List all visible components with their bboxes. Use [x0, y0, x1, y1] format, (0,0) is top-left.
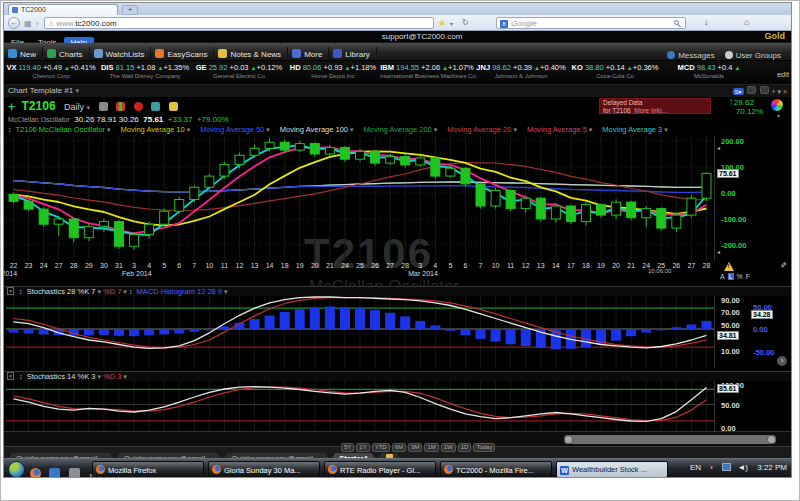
toolbar-button-label: EasyScans: [167, 50, 207, 59]
record-icon[interactable]: [134, 102, 143, 111]
stoch28-macd-panel[interactable]: › 90.0070.0050.0010.0050.000.00-50.0034.…: [4, 296, 791, 368]
bookmark-star-icon[interactable]: ★: [438, 18, 446, 28]
downloads-icon[interactable]: ↓: [704, 17, 709, 27]
save-icon[interactable]: [760, 86, 769, 94]
scale-button-F[interactable]: F: [746, 273, 750, 280]
legend-item[interactable]: Moving Average 200▾: [364, 125, 438, 134]
taskbar-button[interactable]: Gloria Sunday 30 Ma...: [208, 461, 320, 478]
panel2-stoch-d[interactable]: %D 7: [103, 287, 121, 296]
ticker-item[interactable]: DIS 81.15 +1.08 ▲+1.35%The Walt Disney C…: [98, 61, 192, 79]
scrollbar-left-handle[interactable]: [564, 435, 573, 444]
new-tab-button[interactable]: +: [122, 5, 138, 15]
range-button-6m[interactable]: 6M: [392, 443, 406, 452]
scale-button-L[interactable]: L: [728, 273, 734, 280]
legend-item[interactable]: Moving Average 100▾: [280, 125, 354, 134]
ticker-item[interactable]: MCD 98.43 +0.4 ▲McDonalds: [662, 61, 756, 79]
close-icon[interactable]: ×: [783, 88, 787, 95]
url-host: tc2000.com: [75, 19, 116, 28]
symbol-code[interactable]: T2106: [22, 99, 56, 113]
firefox-icon: [328, 465, 337, 474]
range-button-1d[interactable]: 1D: [458, 443, 472, 452]
scroll-down-icon[interactable]: ◂: [717, 248, 720, 255]
layout-icon[interactable]: [747, 86, 756, 94]
legend-item[interactable]: Moving Average 3▾: [602, 125, 667, 134]
back-button[interactable]: ←: [8, 17, 20, 29]
ticker-edit-link[interactable]: edit: [777, 70, 789, 79]
legend-item[interactable]: ↕ T2106 McClellan Oscillator▾: [8, 125, 111, 134]
tray-expand-icon[interactable]: ‹: [710, 463, 713, 472]
next-button[interactable]: ›: [777, 356, 787, 366]
draw-pencil-icon[interactable]: ✎: [780, 261, 787, 270]
palette-icon[interactable]: [771, 99, 783, 111]
close-icon[interactable]: ×: [7, 287, 14, 295]
panel2-macd[interactable]: MACD Histogram 12 26 9: [137, 287, 222, 296]
range-button-ytd[interactable]: YTD: [372, 443, 390, 452]
ticker-item[interactable]: HD 80.06 +0.93 ▲+1.18%Home Depot Inc: [286, 61, 380, 79]
search-input[interactable]: 8Google: [496, 17, 686, 29]
legend-item[interactable]: Moving Average 10▾: [121, 125, 191, 134]
browser-tab[interactable]: TC2000: [8, 4, 118, 15]
ticker-item[interactable]: IBM 194.55 +2.06 ▲+1.07%International Bu…: [380, 61, 474, 79]
indicator-bars-icon[interactable]: [116, 102, 125, 111]
axis-value-box: 34.81: [717, 331, 739, 340]
media-quicklaunch-icon[interactable]: [69, 468, 80, 478]
add-symbol-button[interactable]: +: [8, 100, 15, 114]
taskbar-button[interactable]: Mozilla Firefox: [92, 461, 204, 478]
resize-icon[interactable]: ↕: [129, 288, 133, 295]
taskbar-button[interactable]: TC2000 - Mozilla Fire...: [440, 461, 552, 478]
timeframe-selector[interactable]: Daily: [64, 102, 84, 112]
legend-item[interactable]: Moving Average 50▾: [200, 125, 270, 134]
legend-item[interactable]: Moving Average 20▾: [447, 125, 517, 134]
ticker-company-name: International Business Machines Co: [380, 73, 474, 79]
search-icon[interactable]: [674, 20, 679, 25]
panel3-stoch-k[interactable]: Stochastics 14 %K 3: [27, 372, 96, 381]
volume-icon[interactable]: ◄): [737, 463, 748, 472]
scrollbar-right-handle[interactable]: [767, 435, 776, 444]
range-button-5y[interactable]: 5Y: [341, 443, 354, 452]
scan-icon[interactable]: S▾: [733, 88, 744, 95]
language-indicator[interactable]: EN: [690, 463, 701, 472]
scale-button-%[interactable]: %: [737, 273, 743, 280]
taskbar-button[interactable]: WWealthbuilder Stock ...: [556, 461, 668, 478]
ticker-item[interactable]: JNJ 98.62 +0.39 ▲+0.40%Johnson & Johnson: [474, 61, 568, 79]
scale-button-A[interactable]: A: [720, 273, 725, 280]
panel2-stoch-k[interactable]: Stochastics 28 %K 7: [27, 287, 96, 296]
notes-icon[interactable]: [169, 102, 178, 111]
resize-icon[interactable]: ↕: [19, 373, 23, 380]
resize-icon[interactable]: ↕: [19, 288, 23, 295]
stoch14-panel[interactable]: 100.0050.000.0085.61: [4, 381, 791, 431]
chart-template-selector[interactable]: Chart Template #1: [8, 86, 73, 95]
firefox-quicklaunch-icon[interactable]: [30, 468, 41, 478]
ticker-item[interactable]: KO 38.80 +0.14 ▲+0.36%Coca-Cola Co: [568, 61, 662, 79]
legend-item[interactable]: Moving Average 5▾: [527, 125, 592, 134]
range-button-1y[interactable]: 1Y: [356, 443, 369, 452]
taskbar-button[interactable]: RTE Radio Player - Gl...: [324, 461, 436, 478]
close-icon[interactable]: ×: [7, 372, 14, 380]
reload-icon[interactable]: ↻: [462, 18, 469, 27]
more-info-link[interactable]: More Info...: [634, 107, 667, 114]
range-button-1w[interactable]: 1W: [441, 443, 456, 452]
scroll-up-icon[interactable]: ◂: [717, 144, 720, 151]
ticker-item[interactable]: GE 25.92 +0.03 ▲+0.12%General Electric C…: [192, 61, 286, 79]
range-button-today[interactable]: Today: [473, 443, 495, 452]
tools-icon[interactable]: [99, 102, 108, 111]
bookmarks-icon[interactable]: ▦: [24, 19, 32, 28]
image-icon[interactable]: [151, 102, 160, 111]
warning-icon[interactable]: [724, 262, 734, 271]
range-button-1m[interactable]: 1M: [424, 443, 438, 452]
range-button-3m[interactable]: 3M: [408, 443, 422, 452]
clock[interactable]: 3:22 PM: [757, 463, 787, 472]
horizontal-scrollbar[interactable]: [564, 435, 776, 444]
site-warning-icon[interactable]: ⚠: [48, 20, 56, 27]
address-bar[interactable]: ⚠ www.tc2000.com: [44, 17, 434, 29]
network-icon[interactable]: [722, 463, 731, 471]
main-chart-panel[interactable]: ◂ ◂ 200.00100.000.00-100.00-200.0075.61: [4, 136, 791, 261]
explorer-quicklaunch-icon[interactable]: [49, 468, 60, 478]
panel3-stoch-d[interactable]: %D 3: [103, 372, 121, 381]
home-icon[interactable]: ⌂: [744, 17, 749, 27]
search-engine-icon[interactable]: 8: [500, 20, 508, 28]
start-button[interactable]: [8, 461, 25, 478]
delayed-data-banner[interactable]: Delayed Data for T2106 More Info...: [599, 98, 711, 114]
bookmark-dropdown-icon[interactable]: ▾: [450, 20, 453, 27]
ticker-item[interactable]: VX 119.40 +0.49 ▲+0.41%Chevron Corp: [4, 61, 98, 79]
